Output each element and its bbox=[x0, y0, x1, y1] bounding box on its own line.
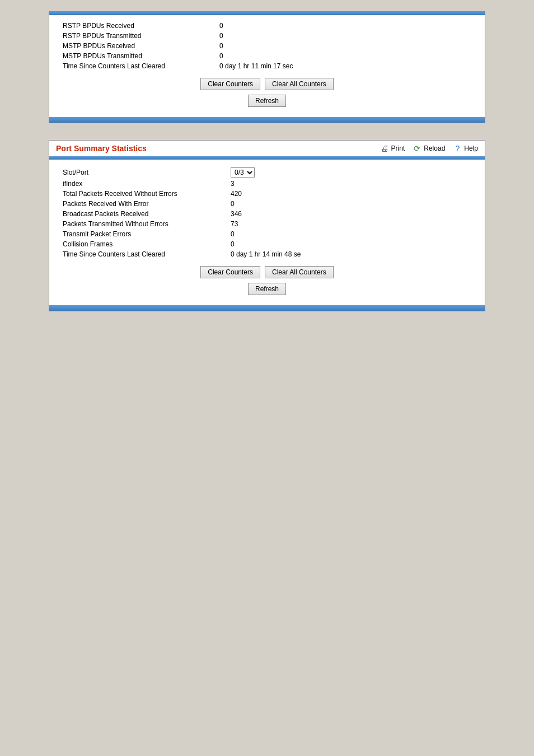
port-content: Slot/Port 0/3 ifIndex 3 bbox=[49, 160, 485, 301]
table-row: MSTP BPDUs Transmitted 0 bbox=[60, 51, 474, 61]
stp-button-row: Clear Counters Clear All Counters bbox=[60, 71, 474, 95]
row-label: Packets Transmitted Without Errors bbox=[60, 219, 228, 229]
table-row: RSTP BPDUs Received 0 bbox=[60, 21, 474, 31]
row-label: MSTP BPDUs Received bbox=[60, 41, 217, 51]
row-label: Time Since Counters Last Cleared bbox=[60, 61, 217, 71]
stp-stats-table: RSTP BPDUs Received 0 RSTP BPDUs Transmi… bbox=[60, 21, 474, 71]
table-row: Total Packets Received Without Errors 42… bbox=[60, 189, 474, 199]
title-actions: 🖨 Print ⟳ Reload ? Help bbox=[380, 144, 478, 153]
table-row: Packets Transmitted Without Errors 73 bbox=[60, 219, 474, 229]
table-row: Slot/Port 0/3 bbox=[60, 166, 474, 179]
slot-port-select[interactable]: 0/3 bbox=[231, 167, 255, 178]
print-label: Print bbox=[391, 144, 405, 152]
row-value: 346 bbox=[228, 209, 474, 219]
row-label: RSTP BPDUs Received bbox=[60, 21, 217, 31]
row-label: RSTP BPDUs Transmitted bbox=[60, 31, 217, 41]
stp-panel: RSTP BPDUs Received 0 RSTP BPDUs Transmi… bbox=[49, 11, 485, 123]
table-row: ifIndex 3 bbox=[60, 179, 474, 189]
row-label: Time Since Counters Last Cleared bbox=[60, 249, 228, 259]
clear-counters-button[interactable]: Clear Counters bbox=[200, 78, 260, 90]
row-label: ifIndex bbox=[60, 179, 228, 189]
row-label: Broadcast Packets Received bbox=[60, 209, 228, 219]
row-value: 73 bbox=[228, 219, 474, 229]
help-icon: ? bbox=[453, 144, 462, 153]
table-row: Packets Received With Error 0 bbox=[60, 199, 474, 209]
row-label: Transmit Packet Errors bbox=[60, 229, 228, 239]
slot-port-select-wrapper: 0/3 bbox=[231, 167, 255, 178]
table-row: Time Since Counters Last Cleared 0 day 1… bbox=[60, 61, 474, 71]
port-button-row: Clear Counters Clear All Counters bbox=[60, 259, 474, 283]
row-value: 0 bbox=[217, 41, 474, 51]
port-panel-title-bar: Port Summary Statistics 🖨 Print ⟳ Reload… bbox=[49, 141, 485, 156]
port-refresh-button[interactable]: Refresh bbox=[248, 283, 286, 295]
table-row: Collision Frames 0 bbox=[60, 239, 474, 249]
stp-content: RSTP BPDUs Received 0 RSTP BPDUs Transmi… bbox=[49, 15, 485, 113]
row-label: Total Packets Received Without Errors bbox=[60, 189, 228, 199]
help-label: Help bbox=[464, 144, 478, 152]
clear-all-counters-button[interactable]: Clear All Counters bbox=[265, 78, 334, 90]
row-value: 0 bbox=[228, 199, 474, 209]
row-label: Slot/Port bbox=[60, 166, 228, 179]
table-row: Broadcast Packets Received 346 bbox=[60, 209, 474, 219]
port-stats-table: Slot/Port 0/3 ifIndex 3 bbox=[60, 166, 474, 259]
reload-icon: ⟳ bbox=[413, 144, 421, 153]
row-value: 0 day 1 hr 14 min 48 se bbox=[228, 249, 474, 259]
stp-panel-footer-bar bbox=[49, 117, 485, 123]
row-value: 420 bbox=[228, 189, 474, 199]
refresh-button[interactable]: Refresh bbox=[248, 95, 286, 107]
help-action[interactable]: ? Help bbox=[453, 144, 478, 153]
row-value: 0 bbox=[217, 21, 474, 31]
port-clear-counters-button[interactable]: Clear Counters bbox=[200, 266, 260, 278]
row-value: 3 bbox=[228, 179, 474, 189]
row-value: 0 bbox=[217, 31, 474, 41]
row-label: MSTP BPDUs Transmitted bbox=[60, 51, 217, 61]
row-value: 0 bbox=[228, 239, 474, 249]
print-action[interactable]: 🖨 Print bbox=[380, 144, 405, 153]
row-value: 0 day 1 hr 11 min 17 sec bbox=[217, 61, 474, 71]
port-panel-title: Port Summary Statistics bbox=[56, 144, 147, 153]
port-panel-footer-bar bbox=[49, 305, 485, 311]
row-label: Packets Received With Error bbox=[60, 199, 228, 209]
print-icon: 🖨 bbox=[380, 144, 389, 153]
port-summary-panel: Port Summary Statistics 🖨 Print ⟳ Reload… bbox=[49, 140, 485, 311]
row-value: 0 bbox=[228, 229, 474, 239]
row-label: Collision Frames bbox=[60, 239, 228, 249]
table-row: RSTP BPDUs Transmitted 0 bbox=[60, 31, 474, 41]
table-row: MSTP BPDUs Received 0 bbox=[60, 41, 474, 51]
reload-action[interactable]: ⟳ Reload bbox=[413, 144, 445, 153]
row-value: 0/3 bbox=[228, 166, 474, 179]
port-clear-all-counters-button[interactable]: Clear All Counters bbox=[265, 266, 334, 278]
reload-label: Reload bbox=[424, 144, 445, 152]
port-refresh-row: Refresh bbox=[60, 283, 474, 301]
table-row: Time Since Counters Last Cleared 0 day 1… bbox=[60, 249, 474, 259]
row-value: 0 bbox=[217, 51, 474, 61]
table-row: Transmit Packet Errors 0 bbox=[60, 229, 474, 239]
stp-refresh-row: Refresh bbox=[60, 95, 474, 113]
